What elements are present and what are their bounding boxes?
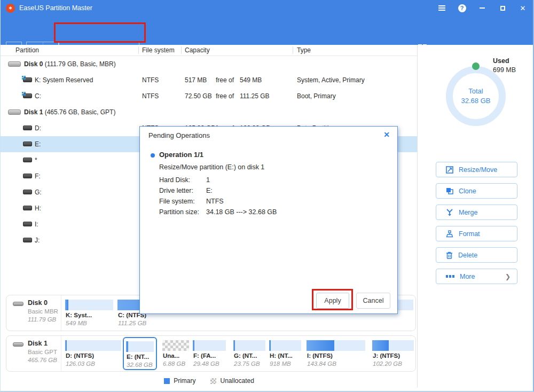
used-label: Used (493, 57, 516, 66)
disk-icon (8, 109, 21, 115)
dialog-title: Pending Operations (148, 131, 210, 139)
minimize-icon (480, 7, 485, 9)
trash-icon (446, 252, 453, 259)
cancel-button[interactable]: Cancel (356, 293, 390, 309)
maximize-button[interactable] (492, 0, 513, 16)
disk-icon (13, 302, 23, 306)
diskmap-partition-j[interactable]: J: (NTFS) 102.20 GB (372, 336, 414, 371)
more-dots-icon (446, 275, 454, 278)
field-label: File system: (159, 198, 195, 205)
table-header: Partition File system Capacity Type (1, 45, 417, 56)
format-button[interactable]: Format (436, 226, 517, 241)
merge-icon (446, 209, 453, 216)
field-label: Partition size: (159, 208, 199, 216)
close-icon: ✕ (520, 4, 526, 12)
diskmap-partition-f[interactable]: F: (FA... 29.48 GB (193, 336, 226, 371)
table-row-disk0[interactable]: Disk 0 (111.79 GB, Basic, MBR) (1, 56, 417, 72)
apply-button[interactable]: Apply (316, 293, 349, 309)
disk0-info: Disk 0 Basic MBR 111.79 GB (6, 295, 61, 331)
toolbar: ↻ ↶ ↷ ▶ Execute 1 Operation Migrate OS C… (1, 16, 533, 45)
col-capacity: Capacity (185, 46, 210, 54)
table-row-disk1[interactable]: Disk 1 (465.76 GB, Basic, GPT) (1, 104, 417, 120)
merge-button[interactable]: Merge (436, 205, 517, 220)
maximize-icon (500, 6, 505, 11)
donut-total-label: Total (446, 87, 506, 96)
disk1-info: Disk 1 Basic GPT 465.76 GB (6, 336, 61, 371)
diskmap-disk1: Disk 1 Basic GPT 465.76 GB D: (NTFS) 126… (6, 335, 416, 372)
windows-badge-icon (22, 92, 26, 96)
partition-bar (193, 340, 226, 351)
diskmap-partition-k[interactable]: K: Syst... 549 MB (65, 295, 113, 331)
donut-total-value: 32.68 GB (446, 96, 506, 106)
resize-icon (446, 166, 453, 174)
usage-dot (472, 62, 480, 70)
col-partition: Partition (15, 46, 39, 54)
partition-bar (269, 340, 301, 351)
pending-operations-dialog: Pending Operations ✕ Operation 1/1 Resiz… (139, 126, 398, 314)
partition-bar (65, 300, 113, 310)
partition-icon (23, 142, 32, 146)
clone-action-button[interactable]: Clone (436, 183, 517, 199)
col-filesystem: File system (142, 46, 175, 54)
minimize-button[interactable] (472, 0, 492, 16)
close-button[interactable]: ✕ (513, 0, 533, 16)
format-icon (446, 230, 453, 238)
partition-icon (23, 77, 32, 82)
table-row-k[interactable]: K: System Reserved NTFS 517 MB free of 5… (1, 72, 417, 88)
diskmap-partition-h[interactable]: H: (NT... 918 MB (269, 336, 301, 371)
table-row-c[interactable]: C: NTFS 72.50 GB free of 111.25 GB Boot,… (1, 88, 417, 104)
partition-icon (23, 93, 32, 98)
field-value: E: (206, 187, 213, 194)
field-value: NTFS (206, 198, 224, 205)
used-value: 699 MB (493, 66, 516, 75)
more-button[interactable]: More ❯ (436, 269, 517, 284)
unallocated-bar (162, 340, 189, 351)
diskmap-legend: Primary Unallocated (1, 377, 418, 385)
primary-legend-icon (164, 378, 170, 384)
hamburger-icon (438, 5, 445, 11)
field-value: 1 (206, 176, 210, 184)
help-button[interactable]: ? (452, 0, 472, 16)
field-value: 34.18 GB ---> 32.68 GB (206, 208, 277, 216)
diskmap-partition-i[interactable]: I: (NTFS) 143.84 GB (307, 336, 365, 371)
app-logo-icon: ✶ (6, 4, 15, 13)
operation-title: Operation 1/1 (159, 151, 203, 159)
partition-bar (65, 340, 121, 351)
windows-badge-icon (22, 76, 26, 80)
partition-bar (372, 340, 414, 351)
sidebar: Total 32.68 GB Used 699 MB Resize/Move C… (418, 45, 533, 388)
partition-icon (23, 238, 32, 242)
field-label: Hard Disk: (159, 176, 190, 184)
clone-icon (446, 187, 453, 194)
field-label: Drive letter: (159, 187, 193, 194)
unallocated-legend-icon (210, 378, 216, 384)
app-window: ✶ EaseUS Partition Master ? ✕ ↻ ↶ ↷ ▶ Ex… (0, 0, 534, 392)
menu-button[interactable] (431, 0, 452, 16)
help-icon: ? (458, 4, 466, 12)
partition-icon (23, 126, 32, 130)
col-type: Type (297, 46, 311, 54)
partition-icon (23, 222, 32, 226)
operation-summary: Resize/Move partition (E:) on disk 1 (159, 163, 264, 171)
dialog-close-icon[interactable]: ✕ (383, 130, 390, 139)
partition-icon (23, 206, 32, 210)
diskmap-partition-unallocated[interactable]: Una... 6.88 GB (162, 336, 189, 371)
partition-icon (23, 190, 32, 194)
disk-icon (13, 342, 23, 347)
disk-icon (8, 61, 21, 67)
delete-button[interactable]: Delete (436, 247, 517, 263)
partition-icon (23, 158, 32, 162)
operation-bullet-icon (151, 153, 155, 158)
app-title: EaseUS Partition Master (19, 4, 92, 12)
partition-bar (307, 340, 365, 351)
diskmap-partition-d[interactable]: D: (NTFS) 126.03 GB (65, 336, 121, 371)
partition-bar (126, 341, 154, 352)
resize-move-button[interactable]: Resize/Move (436, 162, 517, 177)
title-bar: ✶ EaseUS Partition Master ? ✕ (1, 0, 533, 16)
diskmap-partition-e[interactable]: E: (NT... 32.68 GB (123, 337, 157, 370)
partition-bar (233, 340, 265, 351)
partition-icon (23, 174, 32, 178)
chevron-right-icon: ❯ (505, 273, 511, 280)
diskmap-partition-g[interactable]: G: (NT... 23.75 GB (233, 336, 265, 371)
